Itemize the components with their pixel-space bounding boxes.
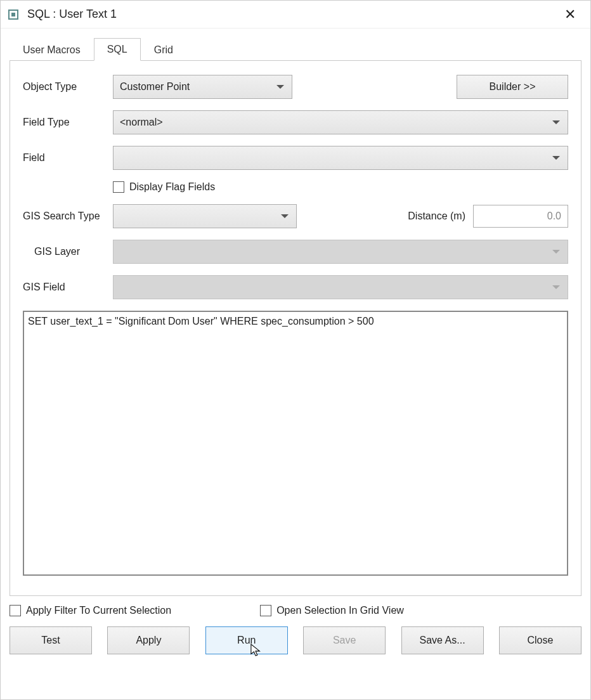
field-select[interactable] <box>113 146 568 170</box>
close-icon[interactable]: ✕ <box>557 6 583 23</box>
tab-strip: User Macros SQL Grid <box>10 37 581 61</box>
close-button[interactable]: Close <box>499 626 581 654</box>
checkbox-icon <box>113 181 124 193</box>
tab-sql[interactable]: SQL <box>94 38 141 61</box>
sql-textarea[interactable] <box>23 311 568 576</box>
save-button: Save <box>303 626 386 654</box>
field-type-value: <normal> <box>120 117 163 128</box>
open-grid-checkbox[interactable]: Open Selection In Grid View <box>260 605 404 616</box>
apply-filter-checkbox[interactable]: Apply Filter To Current Selection <box>10 605 171 616</box>
tab-user-macros[interactable]: User Macros <box>10 39 94 61</box>
apply-button[interactable]: Apply <box>107 626 190 654</box>
chevron-down-icon <box>276 85 284 89</box>
field-type-label: Field Type <box>23 117 105 128</box>
title-bar: SQL : User Text 1 ✕ <box>1 1 590 29</box>
distance-input[interactable] <box>473 205 568 228</box>
field-type-select[interactable]: <normal> <box>113 110 568 134</box>
gis-field-label: GIS Field <box>23 282 105 293</box>
gis-layer-select <box>113 240 568 264</box>
gis-search-select[interactable] <box>113 204 297 228</box>
tab-grid[interactable]: Grid <box>141 39 186 61</box>
checkbox-icon <box>10 605 21 616</box>
window-title: SQL : User Text 1 <box>27 8 557 21</box>
object-type-label: Object Type <box>23 81 105 93</box>
gis-field-select <box>113 275 568 299</box>
sql-panel: Object Type Customer Point Builder >> Fi… <box>10 61 581 596</box>
test-button[interactable]: Test <box>10 626 92 654</box>
run-button[interactable]: Run <box>205 626 288 654</box>
chevron-down-icon <box>552 156 560 160</box>
distance-label: Distance (m) <box>408 211 465 222</box>
gis-search-label: GIS Search Type <box>23 211 105 222</box>
display-flag-checkbox[interactable]: Display Flag Fields <box>113 181 215 193</box>
save-as-button[interactable]: Save As... <box>401 626 484 654</box>
chevron-down-icon <box>552 250 560 254</box>
object-type-select[interactable]: Customer Point <box>113 75 292 99</box>
builder-button[interactable]: Builder >> <box>457 75 568 99</box>
chevron-down-icon <box>552 120 560 124</box>
object-type-value: Customer Point <box>120 81 190 93</box>
chevron-down-icon <box>281 214 289 218</box>
chevron-down-icon <box>552 285 560 289</box>
checkbox-icon <box>260 605 271 616</box>
field-label: Field <box>23 152 105 164</box>
gis-layer-label: GIS Layer <box>23 246 105 257</box>
app-icon <box>8 10 18 20</box>
